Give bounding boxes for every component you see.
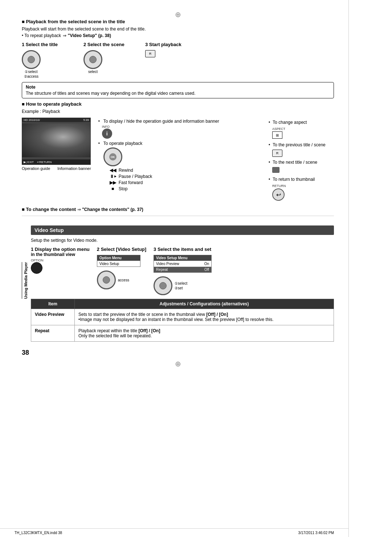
change-aspect-item: To change aspect: [269, 120, 334, 125]
operate-playback-item: To operate playback: [98, 141, 261, 146]
video-setup-body: Setup the settings for Video mode.: [31, 238, 334, 243]
setup-step3: 3 Select the items and set Video Setup M…: [154, 247, 212, 295]
step1-sub2: ②access: [24, 74, 38, 78]
setup-step1-label: 1 Display the option menu: [31, 247, 90, 252]
step1-dial: [22, 50, 41, 69]
step3-label: 3 Start playback: [145, 42, 181, 47]
option-label: OPTION: [31, 259, 44, 262]
crosshair-top: ⊕: [22, 11, 334, 18]
stop-item: ■ Stop: [109, 186, 261, 191]
row2-desc: Playback repeat within the title [Off] /…: [75, 325, 334, 342]
section-playback-scene: Playback from the selected scene in the …: [22, 19, 334, 98]
vsm-row2: Repeat Off: [154, 267, 211, 272]
right-sidebar: [348, 0, 392, 537]
option-menu-box: Option Menu Video Setup: [97, 255, 140, 267]
bullet-prefix: •: [22, 33, 23, 38]
row2-item: Repeat: [31, 325, 75, 342]
crosshair-bottom: ⊕: [22, 360, 334, 367]
step2-sub1: select: [88, 70, 98, 74]
controls-list: ◀◀ Rewind ⏸▶ Pause / Playback ▶▶ Fast fo…: [109, 168, 261, 191]
prev-r-button: R: [272, 150, 282, 157]
right-controls: To change aspect ASPECT ⊞ To the previou…: [269, 118, 334, 202]
step2-dial: [83, 50, 102, 69]
sidebar-content: [351, 4, 390, 11]
select-label: ①select: [175, 281, 187, 285]
access-label: access: [118, 278, 129, 282]
setup-step3-center: [159, 282, 167, 289]
section-operate-playback: How to operate playback Example : Playba…: [22, 101, 334, 202]
ok-center: OK: [109, 153, 117, 160]
note-text: The structure of titles and scenes may v…: [26, 91, 330, 96]
vsm-box: Video Setup Menu Video Preview On Repeat…: [154, 255, 212, 273]
operate-title: How to operate playback: [22, 101, 334, 107]
divider: [22, 216, 334, 216]
setup-step1-sub: in the thumbnail view: [31, 252, 75, 257]
g-button: [272, 167, 279, 173]
note-title: Note: [26, 85, 330, 90]
step2-label: 2 Select the scene: [83, 42, 124, 47]
body-text-1: Playback will start from the selected sc…: [22, 27, 334, 32]
next-title-item: To the next title / scene: [269, 160, 334, 165]
page-footer: TH_L32C3KMTX_EN.indd 38 3/17/2011 3:46:0…: [0, 528, 348, 537]
fastfwd-item: ▶▶ Fast forward: [109, 180, 261, 185]
step1-sub1: ①select: [25, 70, 37, 74]
step1: 1 Select the title ①select ②access: [22, 42, 73, 78]
vsm-header: Video Setup Menu: [154, 255, 211, 261]
video-top-bar: HD 2010/10/ 5:39: [22, 118, 90, 122]
note-box: Note The structure of titles and scenes …: [22, 82, 334, 98]
steps-row-1: 1 Select the title ①select ②access 2 Se: [22, 42, 334, 78]
setup-step2-label: 2 Select [Video Setup]: [97, 247, 146, 252]
video-labels: Operation guide Information banner: [22, 166, 91, 171]
return-thumb-item: To return to thumbnail: [269, 177, 334, 182]
info-icon: i: [102, 129, 112, 139]
section-title-playback: Playback from the selected scene in the …: [22, 19, 334, 24]
config-table: Item Adjustments / Configurations (alter…: [31, 299, 334, 342]
sidebar-label: Using Media Player: [22, 262, 28, 299]
return-btn: ↩: [272, 188, 285, 201]
rewind-item: ◀◀ Rewind: [109, 168, 261, 173]
change-content-line: To change the content ⇒ "Change the cont…: [22, 207, 334, 212]
col1-header: Item: [31, 299, 75, 309]
return-label: RETURN: [272, 184, 334, 188]
video-setup-title: Video Setup: [31, 225, 334, 235]
option-btn: [31, 262, 42, 274]
set-label: ②set: [175, 286, 187, 290]
setup-step3-label: 3 Select the items and set: [154, 247, 211, 252]
aspect-label: ASPECT: [272, 127, 334, 131]
display-hide-item: To display / hide the operation guide an…: [98, 119, 261, 124]
row1-desc: Sets to start the preview of the title o…: [75, 309, 334, 325]
step3: 3 Start playback R: [145, 42, 196, 57]
video-setup-section: Using Media Player Video Setup Setup the…: [22, 219, 334, 342]
playback-demo: HD 2010/10/ 5:39 ▶| EXIT ↩RETURN Operati…: [22, 118, 334, 202]
setup-steps-row: 1 Display the option menu in the thumbna…: [31, 247, 334, 295]
r-button: R: [145, 50, 155, 57]
step2: 2 Select the scene select: [83, 42, 134, 74]
setup-step2-dial: [97, 270, 116, 289]
video-overlay: ▶| EXIT ↩RETURN: [22, 159, 90, 164]
option-menu-header: Option Menu: [97, 255, 140, 261]
page-number: 38: [22, 349, 334, 357]
footer-right: 3/17/2011 3:46:02 PM: [298, 531, 334, 535]
footer-left: TH_L32C3KMTX_EN.indd 38: [15, 531, 62, 535]
pause-item: ⏸▶ Pause / Playback: [109, 174, 261, 179]
video-thumbnail: HD 2010/10/ 5:39 ▶| EXIT ↩RETURN: [22, 118, 91, 165]
setup-step1: 1 Display the option menu in the thumbna…: [31, 247, 90, 274]
table-row-1: Video Preview Sets to start the preview …: [31, 309, 334, 325]
setup-step2-center: [103, 276, 110, 284]
body-text-2: • To repeat playback ⇒ "Video Setup" (p.…: [22, 33, 334, 38]
vsm-row1: Video Preview On: [154, 261, 211, 267]
playback-controls: To display / hide the operation guide an…: [98, 118, 261, 192]
option-menu-item: Video Setup: [97, 261, 140, 267]
setup-step3-dial: [154, 276, 172, 295]
col2-header: Adjustments / Configurations (alternativ…: [75, 299, 334, 309]
step1-label: 1 Select the title: [22, 42, 58, 47]
setup-step2: 2 Select [Video Setup] Option Menu Video…: [97, 247, 146, 289]
aspect-btn: ⊞: [272, 131, 282, 139]
row1-item: Video Preview: [31, 309, 75, 325]
table-row-2: Repeat Playback repeat within the title …: [31, 325, 334, 342]
step2-center-btn: [89, 56, 97, 63]
example-label: Example : Playback: [22, 109, 334, 114]
step1-center-btn: [28, 56, 35, 63]
operate-dial: OK: [103, 147, 122, 166]
prev-title-item: To the previous title / scene: [269, 142, 334, 147]
